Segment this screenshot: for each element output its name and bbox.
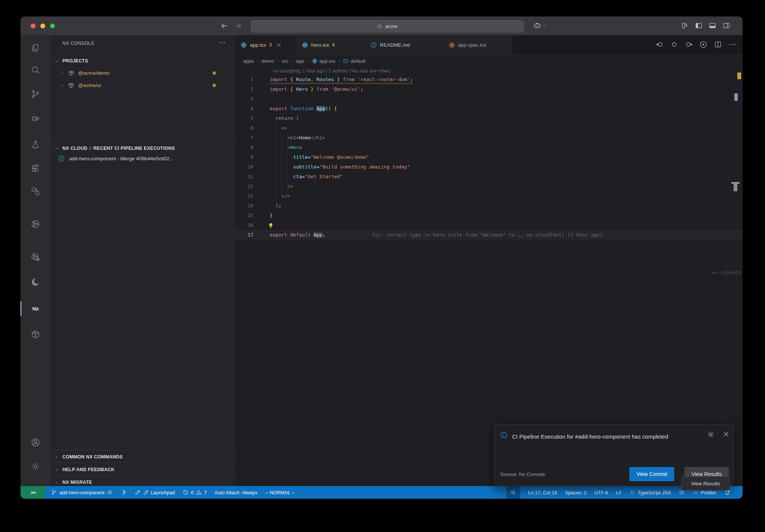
- sidebar-nx-console: NX CONSOLE PROJECTS @acme/demo@acme/ui N…: [50, 35, 236, 486]
- breadcrumb-item-demo[interactable]: demo: [261, 58, 274, 64]
- navigate-forward-icon[interactable]: [234, 22, 242, 30]
- breadcrumb-item-app.tsx[interactable]: app.tsx: [312, 58, 336, 64]
- activity-item-package-explorer[interactable]: [21, 326, 50, 343]
- line-number: 4: [235, 104, 253, 114]
- chevron-down-icon: [542, 24, 546, 28]
- statusbar-problems[interactable]: 07: [183, 489, 207, 495]
- statusbar-launchpad[interactable]: Launchpad: [134, 489, 175, 495]
- ci-pipeline-item[interactable]: add-hero-component - Merge 409b44e5cb02.…: [50, 152, 235, 164]
- activity-item-explorer[interactable]: [21, 40, 50, 56]
- code-line-9[interactable]: 9 title="Welcome @acme/demo": [235, 152, 743, 162]
- breadcrumb-item-src[interactable]: src: [282, 58, 288, 64]
- section-projects[interactable]: PROJECTS: [50, 55, 235, 67]
- statusbar-eol[interactable]: LF: [616, 490, 622, 495]
- statusbar-encoding[interactable]: UTF-8: [594, 490, 608, 495]
- code-line-10[interactable]: 10 subtitle="Build something amazing tod…: [235, 162, 743, 172]
- account-icon[interactable]: [21, 434, 50, 451]
- statusbar-git-branch[interactable]: add-hero-component: [51, 489, 113, 495]
- code-line-4[interactable]: 4export function App() {: [235, 104, 743, 114]
- activity-item-run-and-debug[interactable]: [21, 110, 50, 127]
- warn-icon: [196, 489, 202, 495]
- circle-icon[interactable]: [670, 40, 678, 49]
- sidebar-more-actions-icon[interactable]: [219, 39, 226, 46]
- code-line-17[interactable]: 17export default App;fix: correct typo i…: [235, 230, 743, 240]
- statusbar-indentation[interactable]: Spaces: 2: [565, 490, 586, 495]
- statusbar-vim-mode[interactable]: -- NORMAL --: [265, 490, 295, 495]
- svg-text:{}: {}: [631, 491, 634, 494]
- nav-back-icon[interactable]: [656, 40, 664, 49]
- check-circle-icon: [58, 155, 65, 162]
- activity-item-ci-pipelines[interactable]: [21, 216, 50, 232]
- ellipsis-icon[interactable]: [728, 40, 737, 49]
- braces-icon: {}: [629, 489, 635, 495]
- inline-git-blame: fix: correct typo in hero title from "We…: [372, 232, 603, 238]
- activity-item-search[interactable]: [21, 62, 50, 78]
- activity-item-source-control[interactable]: [21, 86, 50, 102]
- notification-settings-gear-icon[interactable]: [707, 431, 715, 438]
- tab-README.md[interactable]: README.md: [365, 35, 443, 55]
- zoom-window-button[interactable]: [50, 24, 55, 28]
- code-line-11[interactable]: 11 cta="Get Started": [235, 172, 743, 182]
- breadcrumb-item-apps[interactable]: apps: [243, 58, 254, 64]
- run-circle-icon[interactable]: [699, 40, 707, 49]
- tab-app.tsx[interactable]: app.tsx3: [235, 35, 297, 55]
- activity-item-edge-tools[interactable]: [21, 274, 50, 290]
- chevron-right-icon: [60, 70, 65, 75]
- statusbar-git-graph[interactable]: [121, 489, 127, 495]
- lightbulb-icon[interactable]: [267, 222, 274, 229]
- breadcrumb-item-default[interactable]: default: [343, 58, 366, 64]
- code-line-12[interactable]: 12 />: [235, 182, 743, 191]
- statusbar-cursor-position[interactable]: Ln 17, Col 19: [528, 490, 557, 495]
- titlebar-layout-controls: [681, 22, 730, 30]
- panel-left-icon[interactable]: [695, 22, 703, 30]
- view-commit-button[interactable]: View Commit: [629, 467, 674, 481]
- statusbar-auto-attach[interactable]: Auto Attach: Always: [215, 490, 257, 495]
- editor-actions: [656, 40, 737, 49]
- close-window-button[interactable]: [31, 24, 35, 28]
- code-line-1[interactable]: 1import { Route, Routes } from 'react-ro…: [235, 75, 743, 84]
- section-help-and-feedback[interactable]: HELP AND FEEDBACK: [50, 464, 235, 476]
- statusbar-language-mode[interactable]: {}TypeScript JSX: [629, 489, 671, 495]
- line-number: 12: [235, 182, 253, 191]
- activity-item-references[interactable]: [21, 183, 50, 200]
- tab-app.spec.tsx[interactable]: app.spec.tsx: [443, 35, 513, 55]
- panel-bottom-icon[interactable]: [709, 22, 716, 30]
- code-line-6[interactable]: 6 <>: [235, 123, 743, 133]
- tab-hero.tsx[interactable]: hero.tsx4: [297, 35, 365, 55]
- branch-icon: [51, 489, 57, 495]
- code-line-7[interactable]: 7 <h1>Home</h1>: [235, 133, 743, 143]
- code-line-14[interactable]: 14 );: [235, 201, 743, 211]
- vscode-window: acme N≥ NX CONSOLE PROJECTS @acme/demo@a…: [21, 16, 743, 499]
- breadcrumb-item-app[interactable]: app: [296, 58, 304, 64]
- modified-dot: [213, 84, 216, 87]
- code-line-16[interactable]: 16: [235, 220, 743, 230]
- project-item[interactable]: @acme/demo: [50, 67, 235, 79]
- activity-item-testing[interactable]: [21, 136, 50, 153]
- code-line-8[interactable]: 8 <Hero: [235, 143, 743, 152]
- statusbar-zoom[interactable]: [506, 486, 520, 499]
- activity-item-nx-console[interactable]: N≥: [21, 300, 50, 317]
- settings-gear-icon[interactable]: [21, 458, 50, 475]
- remote-indicator[interactable]: ><: [21, 486, 46, 499]
- navigate-back-icon[interactable]: [220, 22, 228, 30]
- copilot-menu[interactable]: [533, 21, 546, 30]
- activity-item-ci-pipelines-settings[interactable]: [21, 249, 50, 265]
- minimize-window-button[interactable]: [40, 24, 45, 28]
- section-common-nx-commands[interactable]: COMMON NX COMMANDS: [50, 451, 235, 463]
- code-line-5[interactable]: 5 return (: [235, 114, 743, 123]
- layout-icon[interactable]: [681, 22, 689, 30]
- activity-item-extensions[interactable]: [21, 161, 50, 177]
- code-line-2[interactable]: 2import { Hero } from '@acme/ui';: [235, 84, 743, 94]
- project-item[interactable]: @acme/ui: [50, 79, 235, 91]
- divider: [50, 463, 235, 463]
- split-editor-icon[interactable]: [714, 40, 722, 49]
- nav-forward-icon[interactable]: [685, 40, 693, 49]
- command-center-search[interactable]: acme: [251, 20, 524, 33]
- breadcrumb-separator: ›: [338, 58, 340, 64]
- code-line-13[interactable]: 13 </>: [235, 191, 743, 201]
- notification-close-icon[interactable]: [723, 431, 730, 437]
- close-tab-icon[interactable]: [276, 42, 282, 48]
- code-line-3[interactable]: 3: [235, 94, 743, 104]
- panel-right-icon[interactable]: [722, 22, 730, 30]
- code-line-15[interactable]: 15}: [235, 211, 743, 220]
